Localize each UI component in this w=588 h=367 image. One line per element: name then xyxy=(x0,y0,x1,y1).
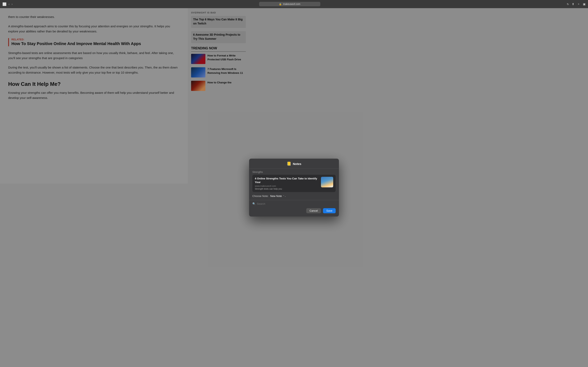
notes-card-content: 4 Online Strengths Tests You Can Take to… xyxy=(255,177,294,184)
url-text: makeuseof.com xyxy=(283,3,294,6)
notes-modal-header: 📒 Notes xyxy=(249,159,294,169)
sidebar-toggle-icon[interactable]: ⬜ xyxy=(2,2,7,6)
notes-modal-title: Notes xyxy=(293,162,294,166)
notes-card-title: 4 Online Strengths Tests You Can Take to… xyxy=(255,177,294,184)
browser-left-controls: ⬜ ‹ › xyxy=(2,2,12,6)
address-bar[interactable]: 🔒 makeuseof.com xyxy=(259,2,294,6)
notes-app-icon: 📒 xyxy=(287,161,291,166)
modal-overlay: 📒 Notes Strengths 4 Online Strengths Tes… xyxy=(0,8,294,184)
notes-modal: 📒 Notes Strengths 4 Online Strengths Tes… xyxy=(249,159,294,184)
browser-chrome: ⬜ ‹ › 🔒 makeuseof.com ↻ ⬆ ＋ ▣ xyxy=(0,0,294,8)
forward-button[interactable]: › xyxy=(12,2,13,6)
notes-card: 4 Online Strengths Tests You Can Take to… xyxy=(252,175,294,184)
notes-section-label: Strengths xyxy=(249,169,294,175)
lock-icon: 🔒 xyxy=(279,3,282,6)
back-button[interactable]: ‹ xyxy=(9,2,9,6)
